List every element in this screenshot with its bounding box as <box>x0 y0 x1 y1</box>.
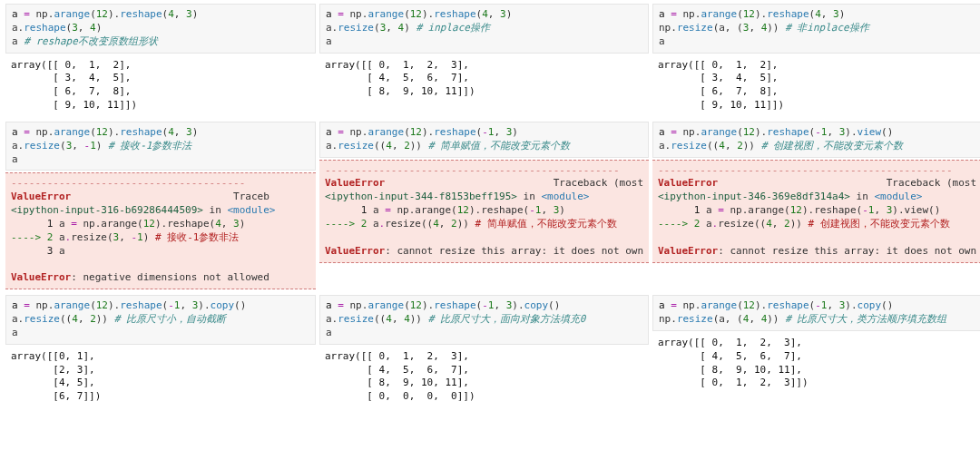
code-output: array([[ 0, 1, 2], [ 3, 4, 5], [ 6, 7, 8… <box>5 55 316 116</box>
cell-r1c3: a = np.arange(12).reshape(4, 3) np.resiz… <box>651 4 980 122</box>
cell-r3c2: a = np.arange(12).reshape(-1, 3).copy() … <box>318 295 651 413</box>
cell-r2c3: a = np.arange(12).reshape(-1, 3).view() … <box>651 122 980 295</box>
cell-r3c1: a = np.arange(12).reshape(-1, 3).copy() … <box>4 295 318 413</box>
code-output: array([[0, 1], [2, 3], [4, 5], [6, 7]]) <box>5 347 316 407</box>
cell-r2c2: a = np.arange(12).reshape(-1, 3) a.resiz… <box>318 122 651 295</box>
code-input: a = np.arange(12).reshape(4, 3) a.resize… <box>319 4 649 54</box>
error-traceback: ----------------------------------------… <box>319 160 649 263</box>
error-traceback: --------------------------------------- … <box>5 172 316 289</box>
error-traceback: ----------------------------------------… <box>652 160 980 263</box>
code-output: array([[ 0, 1, 2, 3], [ 4, 5, 6, 7], [ 8… <box>652 333 980 394</box>
code-input: a = np.arange(12).reshape(-1, 3).copy() … <box>652 295 980 331</box>
cell-r3c3: a = np.arange(12).reshape(-1, 3).copy() … <box>651 295 980 413</box>
code-input: a = np.arange(12).reshape(-1, 3).copy() … <box>319 295 649 345</box>
code-input: a = np.arange(12).reshape(-1, 3).copy() … <box>5 295 316 345</box>
example-grid: a = np.arange(12).reshape(4, 3) a.reshap… <box>4 4 976 413</box>
cell-r2c1: a = np.arange(12).reshape(4, 3) a.resize… <box>4 122 318 295</box>
code-input: a = np.arange(12).reshape(4, 3) a.reshap… <box>5 4 316 54</box>
code-input: a = np.arange(12).reshape(4, 3) a.resize… <box>5 122 316 171</box>
code-input: a = np.arange(12).reshape(-1, 3).view() … <box>652 122 980 158</box>
cell-r1c2: a = np.arange(12).reshape(4, 3) a.resize… <box>318 4 651 122</box>
code-output: array([[ 0, 1, 2, 3], [ 4, 5, 6, 7], [ 8… <box>319 55 649 103</box>
code-output: array([[ 0, 1, 2], [ 3, 4, 5], [ 6, 7, 8… <box>652 55 980 116</box>
code-input: a = np.arange(12).reshape(-1, 3) a.resiz… <box>319 122 649 158</box>
cell-r1c1: a = np.arange(12).reshape(4, 3) a.reshap… <box>4 4 318 122</box>
code-output: array([[ 0, 1, 2, 3], [ 4, 5, 6, 7], [ 8… <box>319 347 649 407</box>
code-input: a = np.arange(12).reshape(4, 3) np.resiz… <box>652 4 980 54</box>
